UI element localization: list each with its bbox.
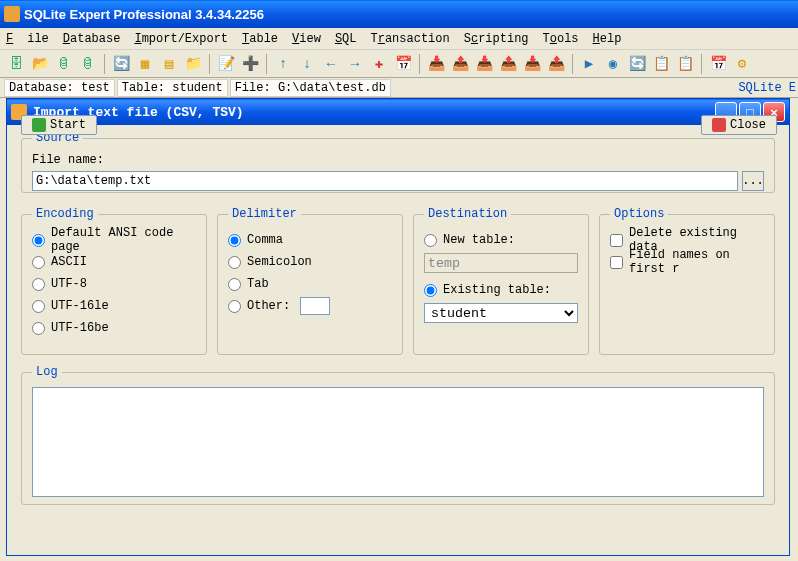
delimiter-legend: Delimiter <box>228 207 301 221</box>
separator <box>104 54 105 74</box>
tb-refresh-icon[interactable]: 🔄 <box>111 54 131 74</box>
menu-table[interactable]: Table <box>242 32 278 46</box>
brand-text: SQLite E <box>738 81 796 95</box>
tb-right-icon[interactable]: → <box>345 54 365 74</box>
tb-import3-icon[interactable]: 📥 <box>522 54 542 74</box>
encoding-group: Encoding Default ANSI code page ASCII UT… <box>21 207 207 355</box>
delimiter-comma-radio[interactable] <box>228 234 241 247</box>
tb-calendar-icon[interactable]: 📅 <box>393 54 413 74</box>
new-table-label: New table: <box>443 233 515 247</box>
menu-scripting[interactable]: Scripting <box>464 32 529 46</box>
tb-add-icon[interactable]: ✚ <box>369 54 389 74</box>
new-table-radio[interactable] <box>424 234 437 247</box>
log-group: Log <box>21 365 775 505</box>
encoding-utf8-label: UTF-8 <box>51 277 87 291</box>
tb-open-icon[interactable]: 📂 <box>30 54 50 74</box>
delimiter-group: Delimiter Comma Semicolon Tab Other: <box>217 207 403 355</box>
tb-table-icon[interactable]: ▦ <box>135 54 155 74</box>
tb-paste2-icon[interactable]: 📋 <box>675 54 695 74</box>
start-icon <box>32 118 46 132</box>
menu-import-export[interactable]: Import/Export <box>134 32 228 46</box>
existing-table-label: Existing table: <box>443 283 551 297</box>
tb-export2-icon[interactable]: 📤 <box>498 54 518 74</box>
app-title-bar: SQLite Expert Professional 3.4.34.2256 <box>0 0 798 28</box>
options-group: Options Delete existing data Field names… <box>599 207 775 355</box>
delimiter-comma-label: Comma <box>247 233 283 247</box>
browse-button[interactable]: ... <box>742 171 764 191</box>
menu-transaction[interactable]: Transaction <box>371 32 450 46</box>
encoding-ansi-label: Default ANSI code page <box>51 226 196 254</box>
tb-view-icon[interactable]: ▤ <box>159 54 179 74</box>
tb-cal2-icon[interactable]: 📅 <box>708 54 728 74</box>
tb-import2-icon[interactable]: 📥 <box>474 54 494 74</box>
source-group: Source File name: ... <box>21 131 775 193</box>
toolbar: 🗄 📂 🛢 🛢 🔄 ▦ ▤ 📁 📝 ➕ ↑ ↓ ← → ✚ 📅 📥 📤 📥 📤 … <box>0 50 798 78</box>
close-button-icon <box>712 118 726 132</box>
encoding-utf16le-radio[interactable] <box>32 300 45 313</box>
tb-db-plus-icon[interactable]: ➕ <box>240 54 260 74</box>
file-name-input[interactable] <box>32 171 738 191</box>
tb-db2-icon[interactable]: 🛢 <box>78 54 98 74</box>
close-button[interactable]: Close <box>701 115 777 135</box>
status-line: Database: test Table: student File: G:\d… <box>0 78 798 98</box>
tb-gear-icon[interactable]: ⚙ <box>732 54 752 74</box>
menu-view[interactable]: View <box>292 32 321 46</box>
tb-left-icon[interactable]: ← <box>321 54 341 74</box>
log-textarea[interactable] <box>32 387 764 497</box>
existing-table-radio[interactable] <box>424 284 437 297</box>
encoding-ansi-radio[interactable] <box>32 234 45 247</box>
menu-sql[interactable]: SQL <box>335 32 357 46</box>
encoding-legend: Encoding <box>32 207 98 221</box>
encoding-utf8-radio[interactable] <box>32 278 45 291</box>
destination-legend: Destination <box>424 207 511 221</box>
app-icon <box>4 6 20 22</box>
app-title: SQLite Expert Professional 3.4.34.2256 <box>24 7 264 22</box>
menu-bar: File Database Import/Export Table View S… <box>0 28 798 50</box>
tb-script-icon[interactable]: 📝 <box>216 54 236 74</box>
delimiter-tab-label: Tab <box>247 277 269 291</box>
menu-tools[interactable]: Tools <box>543 32 579 46</box>
tb-export3-icon[interactable]: 📤 <box>546 54 566 74</box>
tb-import-icon[interactable]: 📥 <box>426 54 446 74</box>
tb-new-db-icon[interactable]: 🗄 <box>6 54 26 74</box>
tb-radio-icon[interactable]: ◉ <box>603 54 623 74</box>
start-button[interactable]: Start <box>21 115 97 135</box>
separator <box>572 54 573 74</box>
destination-group: Destination New table: Existing table: s… <box>413 207 589 355</box>
tb-down-icon[interactable]: ↓ <box>297 54 317 74</box>
separator <box>266 54 267 74</box>
delimiter-other-radio[interactable] <box>228 300 241 313</box>
delimiter-other-label: Other: <box>247 299 290 313</box>
menu-help[interactable]: Help <box>593 32 622 46</box>
tb-up-icon[interactable]: ↑ <box>273 54 293 74</box>
separator <box>209 54 210 74</box>
existing-table-select[interactable]: student <box>424 303 578 323</box>
delimiter-semicolon-radio[interactable] <box>228 256 241 269</box>
file-name-label: File name: <box>32 153 764 167</box>
log-legend: Log <box>32 365 62 379</box>
separator <box>419 54 420 74</box>
status-database: Database: test <box>4 79 115 97</box>
tb-refresh2-icon[interactable]: 🔄 <box>627 54 647 74</box>
tb-export-icon[interactable]: 📤 <box>450 54 470 74</box>
field-names-label: Field names on first r <box>629 248 764 276</box>
separator <box>701 54 702 74</box>
new-table-input <box>424 253 578 273</box>
options-legend: Options <box>610 207 668 221</box>
status-file: File: G:\data\test.db <box>230 79 391 97</box>
tb-play-icon[interactable]: ▶ <box>579 54 599 74</box>
encoding-utf16be-radio[interactable] <box>32 322 45 335</box>
encoding-ascii-label: ASCII <box>51 255 87 269</box>
delete-existing-checkbox[interactable] <box>610 234 623 247</box>
field-names-checkbox[interactable] <box>610 256 623 269</box>
encoding-utf16be-label: UTF-16be <box>51 321 109 335</box>
delimiter-tab-radio[interactable] <box>228 278 241 291</box>
tb-folder-icon[interactable]: 📁 <box>183 54 203 74</box>
delimiter-other-input[interactable] <box>300 297 330 315</box>
delimiter-semicolon-label: Semicolon <box>247 255 312 269</box>
tb-paste-icon[interactable]: 📋 <box>651 54 671 74</box>
menu-file[interactable]: File <box>6 32 49 46</box>
tb-db-icon[interactable]: 🛢 <box>54 54 74 74</box>
menu-database[interactable]: Database <box>63 32 121 46</box>
encoding-ascii-radio[interactable] <box>32 256 45 269</box>
